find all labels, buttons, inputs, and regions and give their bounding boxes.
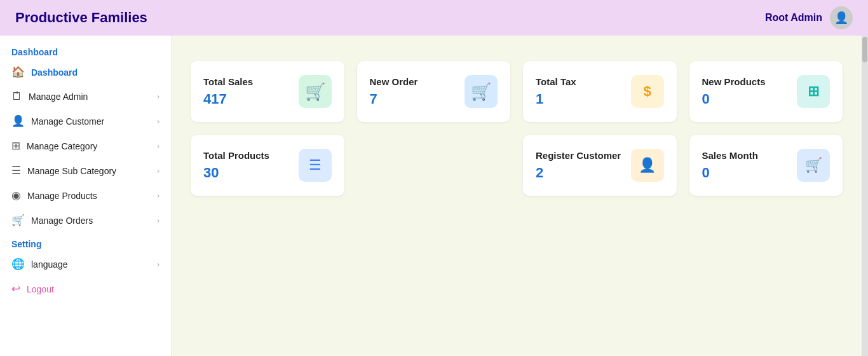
stat-card-total-products: Total Products 30 ☰	[191, 135, 344, 196]
stat-info-total-sales: Total Sales 417	[203, 76, 253, 107]
stat-label-new-order: New Order	[370, 76, 418, 87]
orders-icon: 🛒	[11, 214, 25, 227]
stat-card-new-products: New Products 0 ⊞	[689, 61, 843, 122]
sidebar-item-label: Manage Admin	[29, 92, 151, 102]
subcategory-icon: ☰	[11, 164, 21, 177]
stat-value-total-sales: 417	[203, 91, 253, 107]
stat-value-new-order: 7	[370, 91, 418, 107]
category-icon: ⊞	[11, 139, 20, 153]
sidebar-item-manage-customer[interactable]: 👤 Manage Customer ›	[0, 109, 171, 134]
stat-info-new-products: New Products 0	[702, 76, 766, 107]
plus-square-icon: ⊞	[808, 83, 819, 100]
sidebar: Dashboard 🏠 Dashboard 🗒 Manage Admin › 👤…	[0, 36, 172, 356]
sidebar-item-logout[interactable]: ↩ Logout	[0, 277, 171, 301]
sidebar-item-label: Manage Category	[27, 141, 151, 151]
list-icon: ☰	[309, 157, 322, 174]
stat-card-total-tax: Total Tax 1 $	[523, 61, 677, 122]
chevron-right-icon: ›	[157, 142, 159, 151]
sidebar-item-label: Manage Sub Category	[27, 166, 151, 176]
stats-row-2: Total Products 30 ☰ Register Customer 2 …	[191, 135, 843, 196]
sidebar-item-manage-products[interactable]: ◉ Manage Products ›	[0, 183, 171, 208]
sidebar-item-manage-category[interactable]: ⊞ Manage Category ›	[0, 134, 171, 158]
new-products-icon-box: ⊞	[797, 75, 830, 108]
sidebar-item-label: Logout	[27, 284, 159, 294]
dashboard-section-label: Dashboard	[0, 41, 171, 60]
stat-label-register-customer: Register Customer	[536, 150, 621, 161]
header: Productive Families Root Admin 👤	[0, 0, 868, 36]
dollar-icon: $	[643, 83, 651, 100]
scrollbar[interactable]	[862, 36, 868, 356]
logout-icon: ↩	[11, 282, 20, 296]
chevron-right-icon: ›	[157, 117, 159, 126]
chevron-right-icon: ›	[157, 92, 159, 101]
main-layout: Dashboard 🏠 Dashboard 🗒 Manage Admin › 👤…	[0, 36, 868, 356]
sidebar-item-manage-admin[interactable]: 🗒 Manage Admin ›	[0, 85, 171, 109]
sales-month-icon-box: 🛒	[797, 149, 830, 182]
chevron-right-icon: ›	[157, 191, 159, 200]
chevron-right-icon: ›	[157, 260, 159, 269]
language-icon: 🌐	[11, 257, 25, 271]
stat-info-new-order: New Order 7	[370, 76, 418, 107]
sidebar-item-label: Manage Customer	[31, 116, 151, 127]
chevron-right-icon: ›	[157, 167, 159, 175]
sidebar-item-language[interactable]: 🌐 language ›	[0, 252, 171, 277]
header-right: Root Admin 👤	[765, 6, 853, 29]
stat-info-sales-month: Sales Month 0	[702, 150, 758, 181]
sidebar-item-manage-sub-category[interactable]: ☰ Manage Sub Category ›	[0, 158, 171, 183]
stat-label-total-products: Total Products	[203, 150, 269, 161]
empty-cell	[357, 135, 511, 196]
stat-label-new-products: New Products	[702, 76, 766, 87]
stat-value-new-products: 0	[702, 91, 766, 107]
app-title: Productive Families	[15, 10, 147, 26]
admin-name: Root Admin	[765, 12, 822, 24]
stat-label-total-sales: Total Sales	[203, 76, 253, 87]
stat-label-sales-month: Sales Month	[702, 150, 758, 161]
stats-row-1: Total Sales 417 🛒 New Order 7 🛒 Tota	[191, 61, 843, 122]
admin-icon: 🗒	[11, 90, 22, 103]
stat-card-new-order: New Order 7 🛒	[357, 61, 511, 122]
sidebar-item-label: Manage Orders	[31, 216, 151, 226]
sidebar-item-label: Dashboard	[31, 67, 159, 78]
register-customer-icon-box: 👤	[631, 149, 664, 182]
stat-card-register-customer: Register Customer 2 👤	[523, 135, 677, 196]
scroll-thumb[interactable]	[862, 37, 867, 62]
total-tax-icon-box: $	[631, 75, 664, 108]
total-sales-icon-box: 🛒	[299, 75, 332, 108]
sidebar-item-dashboard[interactable]: 🏠 Dashboard	[0, 60, 171, 85]
chevron-right-icon: ›	[157, 216, 159, 225]
stat-info-total-tax: Total Tax 1	[536, 76, 576, 107]
order-cart-icon: 🛒	[471, 82, 491, 102]
new-order-icon-box: 🛒	[465, 75, 498, 108]
avatar[interactable]: 👤	[830, 6, 853, 29]
main-content: Total Sales 417 🛒 New Order 7 🛒 Tota	[172, 36, 862, 356]
shopping-cart-icon: 🛒	[805, 157, 822, 174]
person-icon: 👤	[639, 157, 656, 174]
total-products-icon-box: ☰	[299, 149, 332, 182]
stat-value-total-products: 30	[203, 165, 269, 181]
sidebar-item-label: Manage Products	[27, 191, 151, 201]
stat-card-total-sales: Total Sales 417 🛒	[191, 61, 344, 122]
stat-info-register-customer: Register Customer 2	[536, 150, 621, 181]
stat-card-sales-month: Sales Month 0 🛒	[689, 135, 843, 196]
stat-label-total-tax: Total Tax	[536, 76, 576, 87]
setting-section-label: Setting	[0, 233, 171, 252]
stat-value-register-customer: 2	[536, 165, 621, 181]
products-icon: ◉	[11, 189, 21, 202]
stat-value-sales-month: 0	[702, 165, 758, 181]
sidebar-item-label: language	[31, 259, 151, 270]
sidebar-item-manage-orders[interactable]: 🛒 Manage Orders ›	[0, 208, 171, 233]
customer-icon: 👤	[11, 114, 25, 128]
stat-info-total-products: Total Products 30	[203, 150, 269, 181]
stat-value-total-tax: 1	[536, 91, 576, 107]
home-icon: 🏠	[11, 65, 25, 79]
cart-icon: 🛒	[305, 82, 325, 102]
